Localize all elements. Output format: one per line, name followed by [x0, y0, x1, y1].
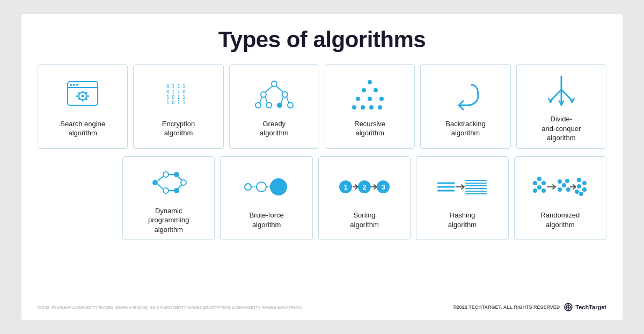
svg-point-60: [163, 188, 169, 193]
svg-text:3: 3: [381, 183, 385, 191]
rows-container: Search enginealgorithm 0 1 1 1 0 1 1 0: [38, 64, 606, 299]
card-search-engine: Search enginealgorithm: [38, 64, 128, 149]
label-recursive: Recursivealgorithm: [354, 119, 385, 138]
icon-area-dynamic-programming: [127, 163, 210, 202]
svg-text:1: 1: [182, 84, 185, 89]
label-backtracking: Backtrackingalgorithm: [445, 119, 485, 138]
card-divide-conquer: Divide-and-conqueralgorithm: [516, 64, 606, 149]
card-hashing: Hashingalgorithm: [416, 156, 508, 241]
search-engine-icon: [63, 79, 102, 112]
svg-line-68: [178, 177, 182, 180]
label-greedy: Greedyalgorithm: [260, 119, 288, 138]
svg-text:1: 1: [177, 100, 180, 105]
svg-point-109: [582, 187, 587, 192]
svg-text:1: 1: [166, 95, 169, 100]
svg-text:1: 1: [177, 84, 180, 89]
svg-point-96: [537, 185, 541, 190]
svg-point-38: [277, 103, 282, 108]
svg-point-103: [565, 179, 569, 183]
card-encryption: 0 1 1 1 0 1 1 0 1 0 1 1 1 0 1: [133, 64, 223, 149]
svg-rect-9: [76, 95, 78, 97]
icon-area-randomized: [519, 168, 602, 206]
dynamic-programming-icon: [147, 166, 190, 199]
svg-line-64: [158, 176, 163, 181]
svg-point-98: [541, 188, 546, 193]
randomized-icon: [531, 173, 590, 200]
label-encryption: Encryptionalgorithm: [162, 119, 195, 138]
icon-area-recursive: [330, 76, 410, 115]
footer: ICONS: FOURLEAFLOVER/GETTY IMAGES (SEARC…: [38, 303, 606, 311]
brute-force-icon: [240, 173, 294, 200]
svg-point-110: [579, 192, 583, 196]
page-title: Types of algorithms: [38, 27, 606, 53]
svg-text:1: 1: [172, 84, 174, 89]
svg-point-44: [368, 80, 372, 84]
footer-copyright: ©2022 TECHTARGET. ALL RIGHTS RESERVED Te…: [453, 303, 606, 311]
svg-text:1: 1: [343, 183, 347, 191]
svg-point-59: [163, 172, 169, 177]
svg-text:1: 1: [182, 100, 185, 105]
svg-point-94: [537, 177, 541, 181]
svg-point-95: [541, 181, 546, 185]
brand-logo: TechTarget: [563, 303, 606, 311]
svg-point-100: [558, 179, 562, 184]
svg-point-97: [533, 188, 537, 193]
greedy-icon: [253, 79, 296, 112]
label-sorting: Sortingalgorithm: [350, 210, 378, 229]
copyright-text: ©2022 TECHTARGET. ALL RIGHTS RESERVED: [453, 304, 560, 310]
icon-area-sorting: 1 2 3: [323, 168, 406, 206]
main-card: Types of algorithms: [21, 14, 623, 320]
svg-point-104: [566, 187, 570, 192]
svg-point-36: [255, 103, 261, 108]
svg-rect-13: [78, 97, 80, 100]
svg-text:1: 1: [166, 100, 169, 105]
svg-point-45: [362, 88, 366, 92]
card-backtracking: Backtrackingalgorithm: [420, 64, 510, 149]
svg-point-70: [245, 184, 251, 190]
svg-point-53: [378, 105, 382, 110]
svg-point-111: [575, 190, 579, 194]
svg-point-108: [577, 184, 581, 188]
svg-point-3: [73, 84, 75, 86]
svg-point-102: [558, 187, 562, 192]
label-search-engine: Search enginealgorithm: [60, 119, 105, 138]
svg-text:1: 1: [172, 89, 174, 95]
svg-rect-7: [82, 91, 84, 93]
label-hashing: Hashingalgorithm: [448, 210, 477, 229]
svg-point-47: [356, 97, 360, 101]
svg-point-107: [582, 181, 587, 185]
label-dynamic-programming: Dynamicprogrammingalgorithm: [148, 206, 189, 235]
svg-line-65: [158, 184, 163, 189]
svg-text:0: 0: [172, 100, 174, 105]
svg-text:0: 0: [172, 95, 174, 100]
icon-area-search-engine: [42, 76, 123, 115]
svg-text:2: 2: [362, 183, 366, 191]
row-2: Dynamicprogrammingalgorithm: [38, 156, 606, 241]
icon-area-hashing: [421, 168, 503, 206]
label-randomized: Randomizedalgorithm: [540, 210, 580, 229]
svg-text:0: 0: [166, 89, 169, 95]
svg-line-69: [178, 185, 182, 188]
brand-name: TechTarget: [575, 304, 606, 310]
svg-point-46: [374, 88, 378, 92]
svg-point-49: [379, 97, 384, 101]
svg-point-106: [577, 178, 581, 182]
svg-rect-8: [82, 99, 84, 101]
svg-text:0: 0: [182, 89, 185, 95]
svg-rect-10: [87, 95, 89, 97]
card-randomized: Randomizedalgorithm: [514, 156, 606, 241]
hashing-icon: [435, 173, 489, 200]
svg-line-43: [287, 97, 289, 103]
footer-credits: ICONS: FOURLEAFLOVER/GETTY IMAGES (SEARC…: [38, 306, 303, 309]
icon-area-greedy: [234, 76, 314, 115]
icon-area-brute-force: [225, 168, 308, 206]
card-brute-force: Brute-forcealgorithm: [220, 156, 312, 241]
svg-point-93: [533, 181, 537, 185]
card-recursive: Recursivealgorithm: [325, 64, 415, 149]
svg-point-50: [352, 105, 356, 110]
svg-text:0: 0: [166, 84, 169, 89]
svg-line-35: [276, 86, 283, 92]
icon-area-divide-conquer: [521, 71, 602, 110]
svg-point-48: [368, 97, 372, 101]
svg-point-52: [369, 105, 374, 110]
